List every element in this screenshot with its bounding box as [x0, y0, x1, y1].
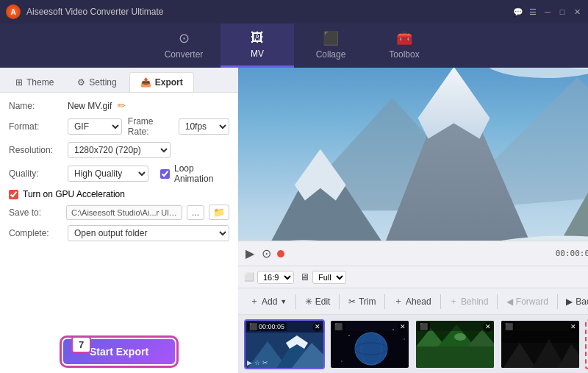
nav-bar: ⊙ Converter 🖼 MV ⬛ Collage 🧰 Toolbox	[0, 24, 588, 68]
backward-button[interactable]: ▶ Backward	[560, 294, 588, 310]
record-indicator	[277, 250, 284, 257]
edit-button[interactable]: ✳ Edit	[299, 294, 337, 310]
export-area: 7 Start Export	[0, 332, 238, 373]
thumb-overlay-4: ⬛	[503, 322, 515, 331]
add-icon: ＋	[250, 295, 259, 308]
svg-rect-31	[416, 347, 495, 369]
name-label: Name:	[9, 101, 62, 111]
nav-tab-toolbox[interactable]: 🧰 Toolbox	[368, 24, 441, 68]
save-path-input[interactable]	[66, 205, 182, 220]
aspect-ratio-icon: ⬜	[244, 272, 254, 282]
toolbox-icon: 🧰	[396, 30, 412, 46]
add-dropdown-arrow: ▼	[280, 298, 287, 305]
filmstrip: ⬛00:00:05 ✕ ▶ ☆ ✂	[238, 314, 588, 373]
converter-icon: ⊙	[179, 30, 190, 46]
quality-select[interactable]: High Quality Medium Quality Low Quality	[68, 166, 148, 182]
sub-tab-setting-label: Setting	[89, 77, 116, 88]
complete-select[interactable]: Open output folder Do nothing Shut down …	[68, 225, 229, 241]
nav-tab-converter[interactable]: ⊙ Converter	[147, 24, 220, 68]
sub-tabs: ⊞ Theme ⚙ Setting 📤 Export	[0, 68, 238, 93]
add-clip-button[interactable]: ＋	[585, 319, 588, 369]
minimize-button[interactable]: ─	[542, 7, 553, 17]
right-panel: AISEESOFT STUDIO ▶ ⊙ 00:00:00.00/00:01:4…	[238, 68, 588, 373]
resolution-select[interactable]: 1280x720 (720p) 1920x1080 (1080p) 854x48…	[68, 142, 171, 158]
forward-button[interactable]: ◀ Forward	[501, 294, 554, 310]
name-row: Name: New MV.gif ✏	[9, 100, 229, 111]
loop-checkbox[interactable]	[160, 169, 170, 179]
film-thumb-1[interactable]: ⬛00:00:05 ✕ ▶ ☆ ✂	[244, 319, 325, 369]
framerate-select[interactable]: 10fps 15fps 24fps 30fps	[179, 118, 229, 135]
name-edit-icon[interactable]: ✏	[118, 100, 126, 111]
open-folder-button[interactable]: 📁	[209, 205, 229, 220]
ahead-icon: ＋	[394, 295, 403, 308]
aspect-controls: ⬜ 16:9 4:3 1:1 🖥 Full Fit Start Export	[238, 266, 588, 288]
maximize-button[interactable]: □	[557, 7, 567, 17]
film-thumb-4[interactable]: ⬛ ✕	[500, 319, 581, 369]
main-area: ⊞ Theme ⚙ Setting 📤 Export Name: New MV.…	[0, 68, 588, 373]
gpu-row: Turn on GPU Acceleration	[9, 189, 229, 199]
gpu-checkbox[interactable]	[9, 190, 18, 199]
film-thumb-2[interactable]: ⬛ ✕	[329, 319, 410, 369]
sub-tab-theme-label: Theme	[26, 77, 54, 88]
nav-label-collage: Collage	[316, 49, 346, 60]
titlebar: A Aiseesoft Video Converter Ultimate 💬 ☰…	[0, 0, 588, 24]
tooltip-badge: 7	[71, 336, 91, 353]
complete-row: Complete: Open output folder Do nothing …	[9, 225, 229, 241]
stop-button[interactable]: ⊙	[260, 245, 273, 262]
collage-icon: ⬛	[323, 30, 339, 46]
screen-icon: 🖥	[300, 271, 309, 283]
trim-button[interactable]: ✂ Trim	[343, 294, 382, 310]
screen-mode-select[interactable]: Full Fit	[312, 271, 346, 284]
format-select[interactable]: GIF MP4 MOV	[68, 118, 122, 135]
thumb-overlay-3: ⬛	[417, 322, 430, 331]
backward-icon: ▶	[566, 296, 573, 307]
gpu-label: Turn on GPU Acceleration	[23, 189, 125, 199]
player-controls: ▶ ⊙ 00:00:00.00/00:01:40.16 🔊	[238, 241, 588, 266]
thumb-time-1: ⬛00:00:05	[247, 322, 287, 331]
thumb-play-1[interactable]: ▶	[247, 359, 252, 366]
add-button[interactable]: ＋ Add ▼	[244, 292, 293, 310]
thumb-cut-1[interactable]: ✂	[262, 359, 268, 366]
thumb-close-4[interactable]: ✕	[568, 322, 578, 332]
video-preview: AISEESOFT STUDIO	[238, 68, 588, 241]
play-button[interactable]: ▶	[244, 245, 256, 262]
thumb-close-3[interactable]: ✕	[483, 322, 492, 332]
sub-tab-theme[interactable]: ⊞ Theme	[4, 72, 65, 92]
export-tab-icon: 📤	[140, 77, 151, 88]
nav-tab-collage[interactable]: ⬛ Collage	[294, 24, 368, 68]
thumb-close-2[interactable]: ✕	[398, 322, 407, 332]
save-label: Save to:	[9, 207, 62, 218]
close-button[interactable]: ✕	[572, 7, 582, 17]
sub-tab-export[interactable]: 📤 Export	[129, 72, 194, 92]
film-thumb-3[interactable]: ⬛ ✕	[415, 319, 495, 369]
nav-label-converter: Converter	[165, 49, 204, 60]
trim-icon: ✂	[348, 296, 356, 307]
format-row: Format: GIF MP4 MOV Frame Rate: 10fps 15…	[9, 116, 229, 137]
bottom-toolbar: ＋ Add ▼ ✳ Edit ✂ Trim ＋ Ahead ＋ Behi	[238, 288, 588, 314]
resolution-row: Resolution: 1280x720 (720p) 1920x1080 (1…	[9, 142, 229, 158]
svg-point-25	[348, 335, 350, 336]
chat-button[interactable]: 💬	[513, 7, 523, 17]
behind-icon: ＋	[449, 295, 458, 308]
thumb-star-1[interactable]: ☆	[254, 359, 260, 366]
time-display: 00:00:00.00/00:01:40.16	[481, 249, 589, 258]
loop-label: Loop Animation	[174, 163, 229, 184]
left-panel: ⊞ Theme ⚙ Setting 📤 Export Name: New MV.…	[0, 68, 238, 373]
browse-dots-button[interactable]: ...	[187, 205, 204, 220]
loop-row: Loop Animation	[160, 163, 229, 184]
behind-button[interactable]: ＋ Behind	[443, 292, 494, 310]
menu-button[interactable]: ☰	[528, 7, 538, 17]
ahead-button[interactable]: ＋ Ahead	[388, 292, 437, 310]
nav-tab-mv[interactable]: 🖼 MV	[220, 24, 294, 68]
thumb-close-1[interactable]: ✕	[312, 322, 322, 332]
app-title: Aiseesoft Video Converter Ultimate	[26, 7, 513, 17]
svg-point-28	[341, 360, 343, 362]
sub-tab-setting[interactable]: ⚙ Setting	[66, 72, 127, 92]
quality-label: Quality:	[9, 168, 62, 179]
aspect-ratio-wrap: ⬜ 16:9 4:3 1:1	[244, 271, 294, 284]
forward-icon: ◀	[506, 296, 513, 307]
name-value: New MV.gif	[68, 101, 112, 111]
window-controls: 💬 ☰ ─ □ ✕	[513, 7, 582, 17]
aspect-ratio-select[interactable]: 16:9 4:3 1:1	[257, 271, 294, 284]
edit-icon: ✳	[305, 296, 312, 307]
